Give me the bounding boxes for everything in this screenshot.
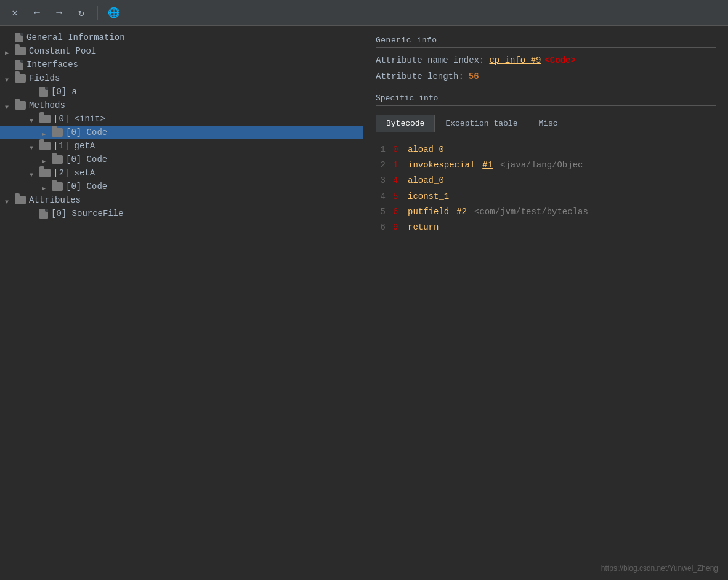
tree-label: [0] Code <box>66 127 107 137</box>
attr-length-row: Attribute length: 56 <box>376 71 716 81</box>
tree-panel: General Information Constant Pool Interf… <box>0 26 363 580</box>
byte-offset: 5 <box>393 189 400 204</box>
instruction: return <box>408 220 439 235</box>
generic-info-header: Generic info <box>376 36 716 48</box>
tree-label: [0] a <box>51 87 77 97</box>
tree-item-fields[interactable]: Fields <box>0 71 363 85</box>
arrow-right-icon <box>42 156 49 163</box>
line-number: 4 <box>376 189 386 204</box>
tree-item-attributes[interactable]: Attributes <box>0 193 363 207</box>
folder-icon <box>52 128 63 137</box>
specific-info-header: Specific info <box>376 94 716 106</box>
arrow-right-icon <box>42 183 49 190</box>
bytecode-ref[interactable]: #2 <box>456 204 467 220</box>
tree-item-general-info[interactable]: General Information <box>0 31 363 44</box>
instruction: iconst_1 <box>408 189 449 204</box>
forward-button[interactable]: → <box>51 4 68 22</box>
line-number: 3 <box>376 173 386 188</box>
close-icon: ✕ <box>12 7 18 19</box>
arrow-down-icon <box>5 75 12 82</box>
tree-label: Fields <box>29 73 60 83</box>
folder-icon <box>15 196 26 204</box>
folder-icon <box>15 47 26 55</box>
tree-label: [2] setA <box>54 168 95 178</box>
tree-item-interfaces[interactable]: Interfaces <box>0 58 363 71</box>
tree-item-sourcefile[interactable]: [0] SourceFile <box>0 207 363 220</box>
tree-label: [0] Code <box>66 155 107 164</box>
tab-misc[interactable]: Misc <box>528 115 568 132</box>
folder-icon <box>39 142 51 150</box>
byte-offset: 4 <box>393 173 400 188</box>
bytecode-line-3: 3 4 aload_0 <box>376 173 716 188</box>
line-number: 2 <box>376 158 386 173</box>
bytecode-line-6: 6 9 return <box>376 220 716 235</box>
arrow-down-icon <box>5 102 12 109</box>
instruction: aload_0 <box>408 173 444 188</box>
tree-item-seta-code[interactable]: [0] Code <box>0 180 363 193</box>
forward-icon: → <box>56 7 62 18</box>
tree-label: [0] Code <box>66 182 107 191</box>
refresh-icon: ↻ <box>78 7 84 19</box>
tree-label: Constant Pool <box>29 46 96 56</box>
tree-label: Attributes <box>29 195 81 205</box>
arrow-right-icon <box>42 129 49 136</box>
attr-length-value: 56 <box>469 71 479 81</box>
tree-label: [1] getA <box>54 141 95 151</box>
back-button[interactable]: ← <box>28 4 46 22</box>
file-icon <box>39 209 48 219</box>
arrow-down-icon <box>30 169 37 177</box>
close-button[interactable]: ✕ <box>6 4 23 22</box>
tree-label: [0] <init> <box>54 114 105 124</box>
arrow-right-icon <box>5 47 12 55</box>
attr-length-label: Attribute length: <box>376 71 464 81</box>
tree-label: General Information <box>26 33 125 42</box>
globe-button[interactable]: 🌐 <box>105 4 123 22</box>
tree-label: Interfaces <box>26 60 78 70</box>
tree-item-constant-pool[interactable]: Constant Pool <box>0 44 363 58</box>
tree-item-init-code[interactable]: [0] Code <box>0 126 363 139</box>
folder-icon <box>15 101 26 110</box>
bytecode-content: 1 0 aload_0 2 1 invokespecial #1 <java/l… <box>376 142 716 235</box>
globe-icon: 🌐 <box>108 7 120 19</box>
tab-exception-table[interactable]: Exception table <box>435 115 528 132</box>
tab-bytecode[interactable]: Bytecode <box>376 115 435 132</box>
byte-offset: 0 <box>393 142 400 158</box>
bytecode-line-2: 2 1 invokespecial #1 <java/lang/Objec <box>376 158 716 173</box>
byte-offset: 1 <box>393 158 400 173</box>
tree-item-fields-a[interactable]: [0] a <box>0 85 363 99</box>
toolbar-divider <box>97 6 98 20</box>
file-icon <box>15 33 23 42</box>
attr-name-index-link[interactable]: cp_info #9 <box>489 55 541 65</box>
bytecode-line-5: 5 6 putfield #2 <com/jvm/test/byteclas <box>376 204 716 220</box>
line-number: 6 <box>376 220 386 235</box>
instruction: putfield <box>408 204 449 220</box>
main-layout: General Information Constant Pool Interf… <box>0 26 728 580</box>
watermark: https://blog.csdn.net/Yunwei_Zheng <box>601 564 718 573</box>
byte-offset: 9 <box>393 220 400 235</box>
bytecode-ref[interactable]: #1 <box>482 158 493 173</box>
attr-name-index-label: Attribute name index: <box>376 55 484 65</box>
folder-icon <box>39 169 51 177</box>
arrow-down-icon <box>30 142 37 150</box>
bytecode-line-4: 4 5 iconst_1 <box>376 189 716 204</box>
refresh-button[interactable]: ↻ <box>73 4 90 22</box>
toolbar: ✕ ← → ↻ 🌐 <box>0 0 728 26</box>
arrow-down-icon <box>5 196 12 204</box>
tree-item-init[interactable]: [0] <init> <box>0 112 363 126</box>
bytecode-line-1: 1 0 aload_0 <box>376 142 716 158</box>
folder-icon <box>52 182 63 191</box>
attr-name-index-row: Attribute name index: cp_info #9 <Code> <box>376 55 716 65</box>
folder-icon <box>39 115 51 123</box>
tree-item-geta[interactable]: [1] getA <box>0 139 363 153</box>
right-panel: Generic info Attribute name index: cp_in… <box>363 26 728 580</box>
file-icon <box>15 60 23 70</box>
file-icon <box>39 87 48 97</box>
back-icon: ← <box>34 7 40 18</box>
tree-item-methods[interactable]: Methods <box>0 99 363 112</box>
tree-item-geta-code[interactable]: [0] Code <box>0 153 363 166</box>
folder-icon <box>52 155 63 164</box>
bytecode-comment: <java/lang/Objec <box>500 158 583 173</box>
bytecode-comment: <com/jvm/test/byteclas <box>474 204 588 220</box>
tree-label: [0] SourceFile <box>51 209 124 219</box>
tree-item-seta[interactable]: [2] setA <box>0 166 363 180</box>
